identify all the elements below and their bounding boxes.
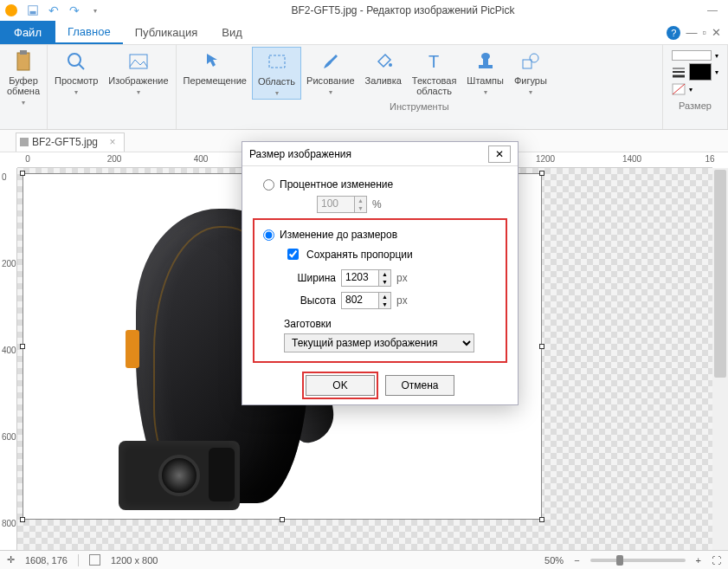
- spinner-up-icon[interactable]: ▲: [379, 293, 390, 301]
- close-tab-icon[interactable]: ×: [109, 136, 115, 148]
- dialog-titlebar[interactable]: Размер изображения ✕: [242, 142, 518, 166]
- fill-none-icon[interactable]: [672, 83, 686, 95]
- chevron-down-icon: ▾: [74, 88, 78, 96]
- bucket-icon: [372, 50, 395, 73]
- svg-point-8: [389, 63, 392, 67]
- ribbon-minimize-icon[interactable]: —: [686, 26, 697, 39]
- zoom-out-icon[interactable]: −: [574, 555, 579, 566]
- resize-handle[interactable]: [20, 344, 25, 349]
- chevron-down-icon: ▾: [275, 89, 279, 97]
- percent-radio-row[interactable]: Процентное изменение: [256, 178, 504, 191]
- ribbon-close-icon[interactable]: ✕: [712, 26, 721, 39]
- vertical-scrollbar[interactable]: [712, 168, 728, 551]
- spinner-down-icon[interactable]: ▼: [379, 301, 390, 308]
- chevron-down-icon[interactable]: ▾: [715, 68, 718, 76]
- tab-main[interactable]: Главное: [55, 21, 123, 44]
- ok-button[interactable]: OK: [306, 375, 375, 396]
- chevron-down-icon: ▾: [529, 88, 532, 96]
- quick-access-toolbar: ↶ ↷ ▾: [24, 3, 104, 18]
- presets-label: Заготовки: [284, 318, 497, 330]
- image-button[interactable]: Изображение ▾: [103, 47, 173, 98]
- line-weight-icon[interactable]: [672, 66, 686, 78]
- svg-line-5: [79, 64, 84, 69]
- view-button[interactable]: Просмотр ▾: [49, 47, 103, 98]
- ribbon-restore-icon[interactable]: ▫: [702, 26, 706, 39]
- chevron-down-icon[interactable]: ▾: [715, 52, 718, 60]
- fixed-radio[interactable]: [263, 230, 274, 241]
- zoom-value: 50%: [544, 555, 564, 566]
- spinner-up-icon[interactable]: ▲: [379, 270, 390, 278]
- ribbon-tabs: Файл Главное Публикация Вид ? — ▫ ✕: [0, 21, 728, 45]
- ribbon-group-size-label: Размер: [665, 99, 725, 113]
- chevron-down-icon: ▾: [484, 88, 487, 96]
- help-icon[interactable]: ?: [667, 26, 680, 40]
- zoom-slider[interactable]: [590, 559, 686, 562]
- chevron-down-icon: ▾: [137, 88, 140, 96]
- canvas-size-icon: [89, 554, 100, 566]
- shapes-icon: [519, 50, 542, 73]
- outline-style-select[interactable]: [672, 50, 712, 61]
- tab-publish[interactable]: Публикация: [123, 21, 210, 44]
- document-tab[interactable]: BF2-GFT5.jpg ×: [16, 133, 125, 152]
- spinner-down-icon[interactable]: ▼: [379, 278, 390, 286]
- shapes-tool[interactable]: Фигуры ▾: [509, 47, 552, 100]
- text-tool[interactable]: T Текстовая область: [407, 47, 461, 100]
- chevron-down-icon[interactable]: ▾: [689, 86, 693, 94]
- svg-rect-3: [20, 50, 27, 55]
- fill-tool[interactable]: Заливка: [360, 47, 407, 100]
- status-bar: ✛ 1608, 176 1200 x 800 50% − + ⛶: [0, 550, 728, 569]
- ribbon: Буфер обмена ▾ Просмотр ▾ Изображение ▾ …: [0, 45, 728, 130]
- cancel-button[interactable]: Отмена: [385, 375, 454, 396]
- clipboard-button[interactable]: Буфер обмена ▾: [2, 47, 45, 108]
- keep-aspect-checkbox[interactable]: [287, 249, 299, 260]
- svg-text:T: T: [428, 52, 439, 71]
- tab-view[interactable]: Вид: [209, 21, 254, 44]
- image-content-camera: [119, 441, 240, 510]
- svg-point-14: [530, 54, 538, 62]
- document-tab-label: BF2-GFT5.jpg: [32, 136, 98, 148]
- app-icon: [5, 4, 17, 16]
- scrollbar-thumb[interactable]: [714, 170, 726, 378]
- save-icon[interactable]: [24, 3, 42, 18]
- percent-radio[interactable]: [263, 179, 274, 191]
- canvas-size: 1200 x 800: [111, 555, 158, 566]
- text-icon: T: [423, 50, 446, 73]
- chevron-down-icon: ▾: [329, 88, 332, 96]
- stamp-tool[interactable]: Штампы ▾: [461, 47, 509, 100]
- percent-spinner: 100 ▲▼: [317, 196, 367, 213]
- brush-icon: [319, 50, 342, 73]
- svg-rect-13: [523, 60, 532, 68]
- svg-point-4: [68, 54, 81, 66]
- svg-rect-1: [30, 11, 36, 15]
- color-swatch[interactable]: [689, 63, 712, 81]
- qat-dropdown-icon[interactable]: ▾: [87, 3, 104, 18]
- resize-handle[interactable]: [280, 517, 285, 522]
- title-bar: ↶ ↷ ▾ BF2-GFT5.jpg - Редактор изображени…: [0, 0, 728, 21]
- draw-tool[interactable]: Рисование ▾: [301, 47, 359, 100]
- resize-handle[interactable]: [539, 517, 544, 522]
- resize-handle[interactable]: [20, 171, 25, 176]
- select-tool[interactable]: Область ▾: [252, 47, 301, 100]
- zoom-knob[interactable]: [616, 555, 623, 566]
- dialog-close-icon[interactable]: ✕: [488, 145, 511, 163]
- zoom-in-icon[interactable]: +: [696, 555, 701, 566]
- file-menu[interactable]: Файл: [0, 21, 55, 44]
- stamp-icon: [474, 50, 497, 73]
- fit-icon[interactable]: ⛶: [712, 555, 721, 566]
- move-tool[interactable]: Перемещение: [178, 47, 252, 100]
- svg-rect-10: [479, 65, 493, 68]
- ribbon-group-tools-label: Инструменты: [178, 100, 660, 113]
- image-icon: [127, 50, 150, 73]
- redo-icon[interactable]: ↷: [66, 3, 83, 18]
- resize-handle[interactable]: [539, 171, 544, 176]
- height-spinner[interactable]: 802 ▲▼: [341, 292, 391, 309]
- undo-icon[interactable]: ↶: [45, 3, 62, 18]
- resize-handle[interactable]: [539, 344, 544, 349]
- chevron-down-icon: ▾: [22, 99, 25, 107]
- resize-handle[interactable]: [20, 517, 25, 522]
- width-spinner[interactable]: 1203 ▲▼: [341, 269, 391, 287]
- keep-aspect-row[interactable]: Сохранять пропорции: [284, 246, 497, 262]
- selection-icon: [266, 51, 288, 74]
- preset-select[interactable]: Текущий размер изображения: [284, 333, 474, 352]
- fixed-radio-row[interactable]: Изменение до размеров: [263, 229, 497, 241]
